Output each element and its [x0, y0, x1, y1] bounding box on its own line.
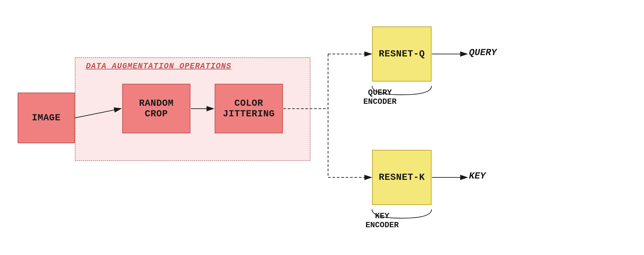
svg-line-2: [75, 109, 121, 118]
diagram-arrows: [0, 0, 644, 255]
diagram-container: DATA AUGMENTATION OPERATIONS IMAGE RANDO…: [0, 0, 644, 255]
